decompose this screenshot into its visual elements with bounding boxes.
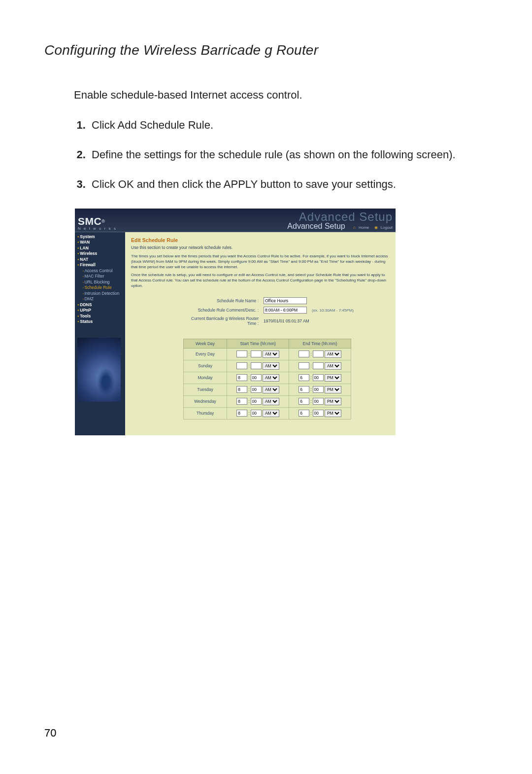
step-item: Define the settings for the schedule rul…	[89, 147, 488, 163]
end-hour-input[interactable]	[299, 386, 309, 393]
end-minute-input[interactable]	[313, 362, 324, 369]
start-hour-input[interactable]	[236, 362, 247, 369]
start-ampm-select[interactable]: AMPM	[263, 398, 279, 405]
end-minute-input[interactable]	[313, 398, 324, 405]
start-time-cell: : AMPM	[227, 348, 289, 360]
start-minute-input[interactable]	[251, 351, 262, 357]
start-ampm-select[interactable]: AMPM	[263, 351, 279, 358]
start-time-cell: : AMPM	[227, 384, 289, 395]
col-header-start: Start Time (hh:mm)	[227, 339, 289, 348]
page-number: 70	[44, 727, 56, 739]
start-time-cell: : AMPM	[227, 407, 289, 419]
step-item: Click Add Schedule Rule.	[89, 117, 488, 133]
start-time-cell: : AMPM	[227, 360, 289, 372]
start-hour-input[interactable]	[236, 398, 247, 405]
router-time-value: 1970/01/01 05:01:37 AM	[262, 316, 356, 327]
start-minute-input[interactable]	[251, 386, 262, 393]
sidebar: System WAN LAN Wireless NAT Firewall Acc…	[75, 232, 125, 435]
end-ampm-select[interactable]: AMPM	[325, 386, 341, 393]
table-row: Thursday: AMPM: AMPM	[184, 407, 351, 419]
end-time-cell: : AMPM	[289, 372, 351, 384]
nav-item-tools[interactable]: Tools	[77, 314, 123, 319]
nav-item-wireless[interactable]: Wireless	[77, 251, 123, 256]
end-hour-input[interactable]	[299, 362, 309, 369]
nav-item-firewall[interactable]: Firewall	[77, 262, 123, 268]
home-link[interactable]: ⌂Home	[351, 225, 369, 230]
rule-comment-input[interactable]	[264, 307, 307, 314]
end-minute-input[interactable]	[313, 374, 324, 381]
end-time-cell: : AMPM	[289, 407, 351, 419]
intro-text: Enable schedule-based Internet access co…	[74, 89, 488, 102]
end-time-cell: : AMPM	[289, 348, 351, 360]
end-ampm-select[interactable]: AMPM	[325, 410, 341, 417]
section-paragraph: Once the schedule rule is setup, you wil…	[131, 273, 390, 288]
end-time-cell: : AMPM	[289, 384, 351, 395]
col-header-day: Week Day	[184, 339, 227, 348]
start-minute-input[interactable]	[251, 410, 262, 417]
start-minute-input[interactable]	[251, 398, 262, 405]
start-ampm-select[interactable]: AMPM	[263, 374, 279, 382]
section-title: Edit Schedule Rule	[131, 237, 390, 243]
rule-comment-label: Schedule Rule Comment/Desc. :	[184, 306, 261, 315]
day-cell: Wednesday	[184, 395, 227, 407]
table-row: Wednesday: AMPM: AMPM	[184, 395, 351, 407]
start-ampm-select[interactable]: AMPM	[263, 386, 279, 393]
nav-item-wan[interactable]: WAN	[77, 240, 123, 245]
end-ampm-select[interactable]: AMPM	[325, 374, 341, 382]
day-cell: Monday	[184, 372, 227, 384]
brand-subtitle: N e t w o r k s	[78, 227, 117, 231]
nav-item-system[interactable]: System	[77, 234, 123, 240]
header-ghost-text: Advanced Setup	[299, 210, 393, 224]
rule-name-label: Schedule Rule Name :	[184, 297, 261, 305]
end-hour-input[interactable]	[299, 351, 309, 357]
start-minute-input[interactable]	[251, 362, 262, 369]
sidebar-decor-image	[77, 338, 121, 402]
day-cell: Every Day	[184, 348, 227, 360]
schedule-table: Week Day Start Time (hh:mm) End Time (hh…	[183, 339, 351, 420]
start-hour-input[interactable]	[236, 410, 247, 417]
start-time-cell: : AMPM	[227, 395, 289, 407]
end-hour-input[interactable]	[299, 374, 309, 381]
nav-sub-schedule-rule[interactable]: Schedule Rule	[82, 285, 123, 290]
end-time-cell: : AMPM	[289, 395, 351, 407]
nav-item-status[interactable]: Status	[77, 319, 123, 324]
nav-sub-mac-filter[interactable]: MAC Filter	[82, 274, 123, 279]
start-hour-input[interactable]	[236, 386, 247, 393]
start-ampm-select[interactable]: AMPM	[263, 362, 279, 370]
start-ampm-select[interactable]: AMPM	[263, 410, 279, 417]
start-minute-input[interactable]	[251, 374, 262, 381]
brand-name: SMC	[78, 215, 101, 227]
brand-reg: ®	[101, 219, 105, 224]
logout-link[interactable]: ◉Logout	[372, 225, 393, 230]
nav-item-upnp[interactable]: UPnP	[77, 308, 123, 313]
nav-sub-access-control[interactable]: Access Control	[82, 268, 123, 274]
table-row: Monday: AMPM: AMPM	[184, 372, 351, 384]
col-header-end: End Time (hh:mm)	[289, 339, 351, 348]
logout-icon: ◉	[374, 225, 378, 230]
end-minute-input[interactable]	[313, 351, 324, 357]
end-ampm-select[interactable]: AMPM	[325, 362, 341, 370]
nav-sub-url-blocking[interactable]: URL Blocking	[82, 280, 123, 285]
step-item: Click OK and then click the APPLY button…	[89, 176, 488, 192]
table-row: Every Day: AMPM: AMPM	[184, 348, 351, 360]
end-hour-input[interactable]	[299, 398, 309, 405]
nav-sub-intrusion-detection[interactable]: Intrusion Detection	[82, 291, 123, 296]
nav-sub-dmz[interactable]: DMZ	[82, 296, 123, 302]
end-minute-input[interactable]	[313, 410, 324, 417]
start-hour-input[interactable]	[236, 374, 247, 381]
end-ampm-select[interactable]: AMPM	[325, 398, 341, 405]
nav-item-ddns[interactable]: DDNS	[77, 302, 123, 308]
meta-table: Schedule Rule Name : Schedule Rule Comme…	[183, 296, 357, 328]
router-header: SMC® N e t w o r k s Advanced Setup Adva…	[75, 209, 396, 232]
nav-item-lan[interactable]: LAN	[77, 246, 123, 251]
home-icon: ⌂	[353, 225, 356, 230]
end-ampm-select[interactable]: AMPM	[325, 351, 341, 358]
rule-name-input[interactable]	[264, 297, 307, 304]
nav-item-nat[interactable]: NAT	[77, 257, 123, 262]
start-hour-input[interactable]	[236, 351, 247, 357]
end-minute-input[interactable]	[313, 386, 324, 393]
end-hour-input[interactable]	[299, 410, 309, 417]
start-time-cell: : AMPM	[227, 372, 289, 384]
table-row: Tuesday: AMPM: AMPM	[184, 384, 351, 395]
section-subtitle: Use this section to create your network …	[131, 245, 390, 250]
